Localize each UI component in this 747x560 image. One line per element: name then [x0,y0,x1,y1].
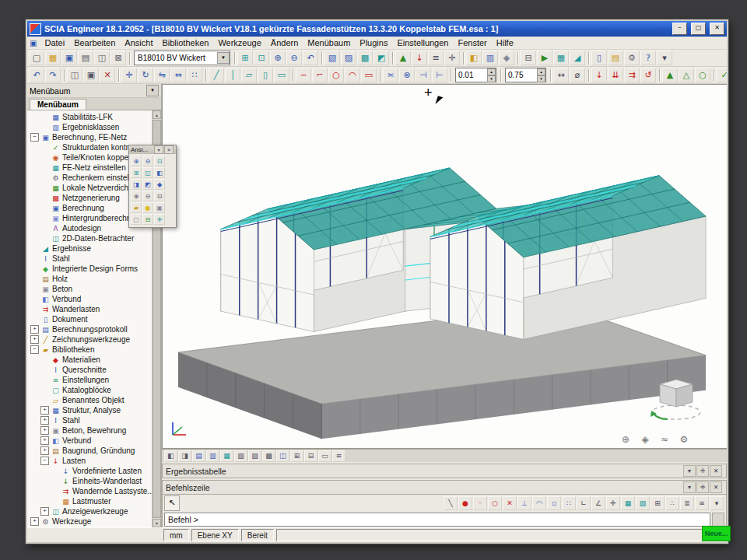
tree-item-2d-daten-betrachter[interactable]: ◫2D-Daten-Betrachter [27,233,153,243]
new-project[interactable]: ▢ [29,51,44,65]
tree-item-bibliotheken[interactable]: −▰Bibliotheken [27,345,153,355]
view-layout-results[interactable]: ◨ [178,450,191,462]
rectangle-tool[interactable]: ▭ [361,68,377,82]
view-layout-1[interactable]: ▤ [192,450,205,462]
show-loads[interactable]: ↓ [412,51,427,65]
tree-item-materialien[interactable]: ◆Materialien [27,355,153,365]
snap-ortho[interactable]: ∟ [577,496,591,510]
expand-box[interactable]: + [30,325,39,334]
vp-zoom-out[interactable]: ⊖ [142,156,153,166]
expand-box[interactable]: + [40,446,49,455]
tree-item-stabilitäts-lfk[interactable]: ▦Stabilitäts-LFK [27,112,153,122]
tree-item-stahl[interactable]: +ⅠStahl [27,415,153,425]
vp-zoom-in[interactable]: ⊕ [131,156,142,166]
document[interactable]: ▯ [591,51,607,65]
open-project[interactable]: ▦ [45,51,61,65]
display-scale-input-up-arrow[interactable]: ▴ [537,68,545,75]
zoom-out[interactable]: ⊖ [286,51,302,65]
menu-bibliotheken[interactable]: Bibliotheken [157,37,213,48]
snap-options-dropdown[interactable]: ▾ [710,496,724,510]
save-project[interactable]: ▣ [61,51,77,65]
zoom-in[interactable]: ⊕ [270,51,286,65]
tree-item-beton[interactable]: ▣Beton [27,284,153,294]
show-axes[interactable]: ✛ [444,51,460,65]
rotate-arrow[interactable] [654,414,668,419]
selection-filter[interactable]: ◆ [499,51,514,65]
expand-box[interactable]: + [40,426,49,435]
menu-plugins[interactable]: Plugins [355,37,392,48]
view-layout-2[interactable]: ▥ [206,450,219,462]
vp-magnify-in[interactable]: ⊕ [131,191,142,201]
menu-werkzeuge[interactable]: Werkzeuge [213,37,265,48]
collapse-box[interactable]: − [40,457,49,465]
snap-polar[interactable]: ∠ [591,496,605,510]
help[interactable]: ? [640,51,656,65]
tree-item-struktur-analyse[interactable]: +▦Struktur, Analyse [27,405,153,415]
activity-filter[interactable]: ◧ [466,51,482,65]
command-pin[interactable]: ✛ [696,481,709,493]
copy[interactable]: ◫ [67,68,82,82]
vp-magnify-window[interactable]: ⊡ [154,191,165,201]
viewport-canvas[interactable]: + ⊕◈≈⚙ [162,84,727,449]
tree-item-lasten[interactable]: −↓Lasten [27,456,153,466]
results-table-bar[interactable]: Ergebnisstabelle ▾✛✕ [162,464,727,478]
shading-mode[interactable]: ◩ [374,51,389,65]
view-layout-3[interactable]: ▦ [220,450,233,462]
menu-bearbeiten[interactable]: Bearbeiten [69,37,120,48]
undo[interactable]: ↶ [29,68,44,82]
tree-item-wanderlasten[interactable]: ⇉Wanderlasten [27,304,153,314]
delete[interactable]: ✕ [100,68,115,82]
command-history[interactable]: ≡ [695,496,709,510]
coord-relative[interactable]: ▧ [636,496,650,510]
snap-node[interactable]: ▫ [547,496,561,510]
moment-load[interactable]: ↺ [640,68,656,82]
zoom-window[interactable]: ⊡ [254,51,269,65]
maximize-button[interactable]: □ [691,23,706,35]
expand-box[interactable]: + [40,507,49,516]
vp-clip-box[interactable]: ⊟ [142,214,153,225]
command-grip[interactable] [712,513,724,527]
tree-item-stahl[interactable]: ⅠStahl [27,254,153,264]
intersect-tool[interactable]: ⊗ [399,68,415,82]
menu-ndern[interactable]: Ändern [266,37,303,48]
wireframe-mode[interactable]: ▧ [324,51,340,65]
hidden-lines-mode[interactable]: ▨ [341,51,356,65]
panel-selector[interactable]: Menübaum ▾ [27,84,161,98]
view-palette[interactable]: Ansi... ▾✕ ⊕⊖⊡⊞◱◧◨◩◆⊕⊖⊡▰●▣▢⊟✛ [128,145,177,228]
more-tools-dropdown[interactable]: ▾ [657,51,672,65]
view-layout-11[interactable]: ≡ [332,450,345,462]
vp-wire-cube[interactable]: ▢ [131,214,142,225]
snap-center[interactable]: ○ [488,496,502,510]
tree-item-beton-bewehrung[interactable]: +▣Beton, Bewehrung [27,425,153,436]
layer-manager[interactable]: ▥ [482,51,498,65]
print[interactable]: ▤ [78,51,93,65]
snap-mode-toggle[interactable]: ╲ [444,496,458,510]
line-grid[interactable]: ≣ [680,496,694,510]
measure-tool[interactable]: ⌀ [570,68,585,82]
command-input[interactable]: Befehl > [164,513,710,527]
close-button[interactable]: ✕ [710,23,724,35]
viewport-settings-gear[interactable]: ⚙ [676,432,692,446]
project-combo[interactable]: B18010 BV Wickert▾ [134,51,230,65]
offset-tool[interactable]: ≍ [383,68,398,82]
expand-box[interactable]: + [40,406,49,415]
collapse-box[interactable]: − [30,133,39,142]
vp-view-front[interactable]: ◧ [154,167,165,178]
move[interactable]: ✛ [121,68,137,82]
viewport-cube-nav[interactable]: ◈ [637,432,653,446]
snap-tangent[interactable]: ◠ [532,496,546,510]
tree-item-integrierte-design-forms[interactable]: ◆Integrierte Design Forms [27,264,153,274]
vp-view-top[interactable]: ◩ [142,179,153,190]
vp-view-settings[interactable]: ✛ [154,214,165,225]
tree-item-baugrund-gründung[interactable]: +▤Baugrund, Gründung [27,446,153,456]
results-dropdown[interactable]: ▾ [683,465,696,477]
close-preview[interactable]: ⊠ [110,51,126,65]
view-layout-4[interactable]: ▧ [234,450,247,462]
view-layout-10[interactable]: ▭ [318,450,331,462]
results-pin[interactable]: ✛ [696,465,709,477]
wall-tool[interactable]: ▯ [258,68,273,82]
snap-intersection[interactable]: ✕ [503,496,517,510]
coord-absolute[interactable]: ▦ [621,496,635,510]
rendered-mode[interactable]: ▩ [357,51,373,65]
tree-item-querschnitte[interactable]: ⅠQuerschnitte [27,365,153,375]
